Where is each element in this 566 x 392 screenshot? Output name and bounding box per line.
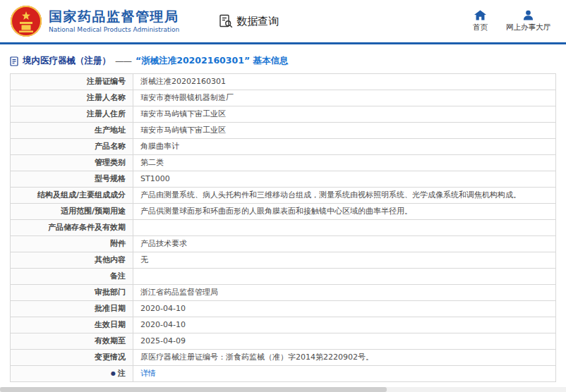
nav-hall-label: 网上办事大厅 <box>506 23 550 32</box>
horizontal-scrollbar[interactable] <box>0 387 566 392</box>
home-icon <box>474 10 486 20</box>
row-label: 管理类别 <box>11 155 133 171</box>
table-row: 有效期至2025-04-09 <box>11 333 556 350</box>
header-nav: 首页 网上办事大厅 <box>473 10 556 32</box>
breadcrumb: 境内医疗器械（注册） —— “浙械注准20202160301” 基本信息 <box>10 55 556 67</box>
row-value: 瑞安市马屿镇下宙工业区 <box>133 123 556 139</box>
row-value: 2020-04-10 <box>133 301 556 317</box>
table-row: 注册人名称瑞安市赛特眼镜机器制造厂 <box>11 90 556 106</box>
row-label: 生效日期 <box>11 317 133 333</box>
document-icon <box>10 56 18 66</box>
table-row: ●注详情 <box>11 366 556 382</box>
header-divider <box>0 42 566 44</box>
row-value: 浙江省药品监督管理局 <box>133 285 556 301</box>
table-row: 备注 <box>11 269 556 285</box>
table-row: 变更情况原医疗器械注册证编号：浙食药监械（准）字2014第2220902号。 <box>11 350 556 366</box>
row-value <box>133 269 556 285</box>
row-value: 瑞安市马屿镇下宙工业区 <box>133 106 556 123</box>
note-bullet-icon: ● <box>111 370 116 376</box>
scrollbar-thumb[interactable] <box>0 387 387 392</box>
table-row: 适用范围/预期用途产品供测量球面形和环曲面形的人眼角膜表面和接触镜中心区域的曲率… <box>11 204 556 220</box>
table-row: 生产地址瑞安市马屿镇下宙工业区 <box>11 123 556 139</box>
row-value: 产品由测量系统、病人头托构件和三维移动台组成，测量系统由视标照明系统、光学成像系… <box>133 188 556 204</box>
row-label: 批准日期 <box>11 301 133 317</box>
table-row: 产品储存条件及有效期 <box>11 220 556 236</box>
row-label: 其他内容 <box>11 252 133 269</box>
row-value: 角膜曲率计 <box>133 139 556 155</box>
table-row: 生效日期2020-04-10 <box>11 317 556 333</box>
site-header: 国家药品监督管理局 National Medical Products Admi… <box>0 0 566 42</box>
row-label: 注册人住所 <box>11 106 133 123</box>
row-label: 型号规格 <box>11 171 133 188</box>
row-label: ●注 <box>11 366 133 382</box>
table-row: 结构及组成/主要组成成分产品由测量系统、病人头托构件和三维移动台组成，测量系统由… <box>11 188 556 204</box>
row-value: 无 <box>133 252 556 269</box>
page-title: “浙械注准20202160301” 基本信息 <box>136 55 288 67</box>
row-value: 瑞安市赛特眼镜机器制造厂 <box>133 90 556 106</box>
row-value <box>133 220 556 236</box>
row-value: 产品技术要求 <box>133 236 556 252</box>
data-query-label: 数据查询 <box>236 15 279 28</box>
row-value: 产品供测量球面形和环曲面形的人眼角膜表面和接触镜中心区域的曲率半径用。 <box>133 204 556 220</box>
row-value: 浙械注准20202160301 <box>133 74 556 90</box>
row-label: 变更情况 <box>11 350 133 366</box>
detail-link[interactable]: 详情 <box>140 369 156 378</box>
table-row: 注册证编号浙械注准20202160301 <box>11 74 556 90</box>
org-name-en: National Medical Products Administration <box>49 26 179 33</box>
row-value: 详情 <box>133 366 556 382</box>
table-row: 产品名称角膜曲率计 <box>11 139 556 155</box>
breadcrumb-separator: —— <box>115 56 131 66</box>
row-label: 产品名称 <box>11 139 133 155</box>
row-label: 生产地址 <box>11 123 133 139</box>
info-table-body: 注册证编号浙械注准20202160301注册人名称瑞安市赛特眼镜机器制造厂注册人… <box>11 74 556 382</box>
org-name-cn: 国家药品监督管理局 <box>49 9 179 25</box>
row-label: 审批部门 <box>11 285 133 301</box>
row-label: 注册人名称 <box>11 90 133 106</box>
row-label: 注册证编号 <box>11 74 133 90</box>
table-row: 型号规格ST1000 <box>11 171 556 188</box>
person-icon <box>523 10 534 20</box>
table-row: 管理类别第二类 <box>11 155 556 171</box>
nav-home[interactable]: 首页 <box>473 10 488 32</box>
nav-online-hall[interactable]: 网上办事大厅 <box>506 10 550 32</box>
org-title-block: 国家药品监督管理局 National Medical Products Admi… <box>49 9 179 33</box>
breadcrumb-category[interactable]: 境内医疗器械（注册） <box>23 55 111 67</box>
row-label: 结构及组成/主要组成成分 <box>11 188 133 204</box>
table-row: 注册人住所瑞安市马屿镇下宙工业区 <box>11 106 556 123</box>
row-value: ST1000 <box>133 171 556 188</box>
info-table: 注册证编号浙械注准20202160301注册人名称瑞安市赛特眼镜机器制造厂注册人… <box>10 73 556 382</box>
nav-data-query[interactable]: 数据查询 <box>219 14 279 28</box>
row-value: 第二类 <box>133 155 556 171</box>
page: 国家药品监督管理局 National Medical Products Admi… <box>0 0 566 392</box>
row-label: 产品储存条件及有效期 <box>11 220 133 236</box>
row-label: 有效期至 <box>11 333 133 350</box>
row-label: 适用范围/预期用途 <box>11 204 133 220</box>
table-row: 其他内容无 <box>11 252 556 269</box>
row-value: 原医疗器械注册证编号：浙食药监械（准）字2014第2220902号。 <box>133 350 556 366</box>
row-value: 2020-04-10 <box>133 317 556 333</box>
table-row: 附件产品技术要求 <box>11 236 556 252</box>
data-query-icon <box>219 14 233 28</box>
row-value: 2025-04-09 <box>133 333 556 350</box>
nav-home-label: 首页 <box>473 23 488 32</box>
row-label: 附件 <box>11 236 133 252</box>
nmpa-emblem-logo <box>10 5 42 37</box>
table-row: 批准日期2020-04-10 <box>11 301 556 317</box>
table-row: 审批部门浙江省药品监督管理局 <box>11 285 556 301</box>
row-label: 备注 <box>11 269 133 285</box>
